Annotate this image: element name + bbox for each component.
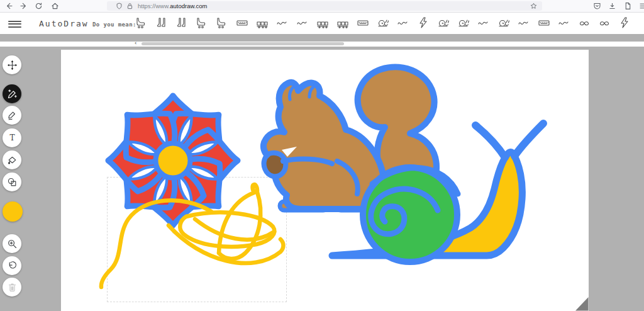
url-scheme: https://www. — [138, 3, 170, 9]
bookmark-star-icon[interactable] — [530, 3, 537, 9]
app-header: AutoDraw Do you mean: ‹ — [0, 13, 644, 34]
color-picker[interactable] — [3, 201, 23, 222]
back-icon[interactable] — [5, 2, 13, 10]
home-icon[interactable] — [51, 2, 59, 10]
lock-icon[interactable] — [126, 3, 133, 9]
text-icon: T — [7, 133, 18, 144]
reload-icon[interactable] — [35, 2, 43, 10]
download-icon[interactable] — [608, 2, 616, 10]
page-fold — [575, 297, 589, 311]
url-text: https://www.autodraw.com — [138, 3, 530, 9]
suggestion-snail-shell-icon[interactable] — [457, 16, 470, 30]
undo-icon — [7, 261, 18, 271]
scrollbar-thumb[interactable] — [142, 42, 344, 45]
suggestion-scrollbar: ‹ — [0, 42, 644, 47]
menu-icon[interactable] — [639, 2, 644, 10]
suggestion-paintbrush-icon[interactable] — [417, 16, 430, 30]
page-icon[interactable] — [624, 2, 631, 10]
suggestion-lightning-icon[interactable] — [618, 16, 631, 30]
suggestion-ice-skates-icon[interactable] — [175, 16, 188, 30]
zoom-tool[interactable] — [3, 234, 21, 253]
shape-tool[interactable] — [3, 172, 21, 191]
suggestion-boots-icon[interactable] — [155, 16, 168, 30]
trash-icon — [7, 282, 18, 293]
suggestion-wave-line-icon[interactable] — [558, 16, 570, 30]
url-domain: autodraw.com — [170, 3, 207, 9]
suggestion-robot-icon[interactable] — [236, 16, 248, 30]
suggestion-train-icon[interactable] — [256, 16, 269, 30]
svg-text:T: T — [9, 133, 14, 142]
suggestion-fish-icon[interactable] — [477, 16, 490, 30]
forward-icon[interactable] — [19, 2, 28, 10]
suggestion-spring-icon[interactable] — [276, 16, 289, 30]
suggestion-arch-icon[interactable] — [598, 16, 611, 30]
suggestion-mustache-icon[interactable] — [578, 16, 591, 30]
suggestion-roller-skates-icon[interactable] — [216, 16, 228, 30]
suggestion-wagon-icon[interactable] — [336, 16, 349, 30]
browser-toolbar: https://www.autodraw.com — [0, 0, 644, 13]
suggestion-keyboard-icon[interactable] — [538, 16, 550, 30]
suggestion-lollipop-icon[interactable] — [377, 16, 389, 30]
suggestion-skate-icon[interactable] — [196, 16, 208, 30]
drawings-layer — [61, 50, 589, 311]
fill-tool[interactable] — [3, 150, 21, 169]
suggestion-duck-icon[interactable] — [497, 16, 510, 30]
hamburger-menu-icon[interactable] — [8, 21, 21, 28]
select-tool[interactable] — [3, 55, 21, 74]
workspace: T — [0, 34, 644, 311]
suggestion-hook-icon[interactable] — [397, 16, 409, 30]
move-icon — [7, 60, 18, 71]
suggestion-strip — [135, 14, 644, 31]
suggestion-bench-icon[interactable] — [316, 16, 329, 30]
draw-tool[interactable] — [3, 106, 21, 125]
pocket-icon[interactable] — [593, 2, 601, 10]
undo-button[interactable] — [3, 256, 21, 275]
pencil-icon — [7, 110, 18, 121]
scroll-left-arrow[interactable]: ‹ — [134, 40, 137, 46]
suggestion-ripples-icon[interactable] — [518, 16, 530, 30]
suggest-label: Do you mean: — [92, 21, 136, 28]
type-tool[interactable]: T — [3, 128, 21, 147]
address-bar[interactable]: https://www.autodraw.com — [107, 1, 542, 11]
drawing-canvas[interactable] — [61, 50, 589, 311]
suggestion-snail-icon[interactable] — [437, 16, 450, 30]
delete-button[interactable] — [3, 278, 21, 297]
fill-icon — [7, 155, 18, 166]
zoom-in-icon — [7, 239, 18, 249]
magic-pen-icon — [7, 89, 18, 99]
app-title: AutoDraw — [39, 19, 89, 28]
suggestion-roller-skate-icon[interactable] — [135, 16, 148, 30]
shield-icon[interactable] — [116, 3, 123, 9]
suggestion-wave-icon[interactable] — [296, 16, 309, 30]
shapes-icon — [7, 177, 18, 188]
autodraw-tool[interactable] — [3, 84, 21, 103]
suggestion-house-icon[interactable] — [357, 16, 369, 30]
